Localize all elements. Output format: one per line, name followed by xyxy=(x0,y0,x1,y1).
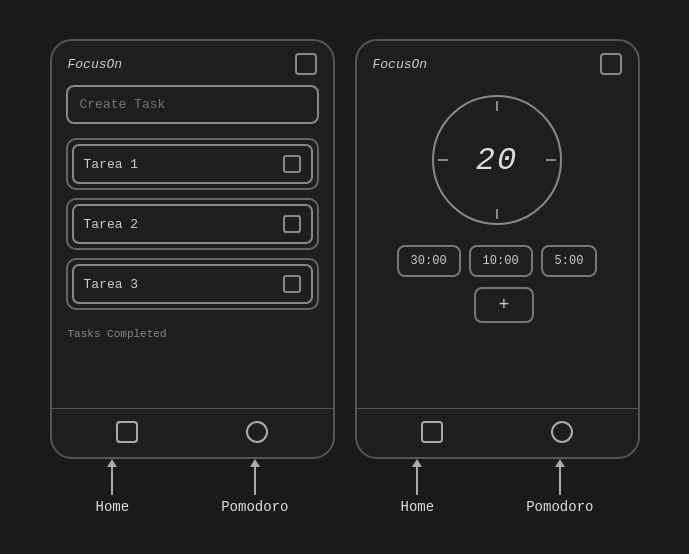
left-pomodoro-label: Pomodoro xyxy=(221,499,288,515)
home-icon-left xyxy=(116,421,138,443)
tick-top xyxy=(496,101,498,111)
tick-left xyxy=(438,159,448,161)
right-bottom-nav xyxy=(357,408,638,457)
timer-circle: 20 xyxy=(432,95,562,225)
task-outer-1: Tarea 1 xyxy=(66,138,319,190)
task-checkbox-1[interactable] xyxy=(283,155,301,173)
task-checkbox-2[interactable] xyxy=(283,215,301,233)
task-item-3[interactable]: Tarea 3 xyxy=(72,264,313,304)
right-app-title: FocusOn xyxy=(373,57,428,72)
task-label-3: Tarea 3 xyxy=(84,277,139,292)
task-item-2[interactable]: Tarea 2 xyxy=(72,204,313,244)
timer-btn-10[interactable]: 10:00 xyxy=(469,245,533,277)
left-nav-home[interactable] xyxy=(116,421,138,443)
tick-bottom xyxy=(496,209,498,219)
left-menu-icon[interactable] xyxy=(295,53,317,75)
left-header: FocusOn xyxy=(52,41,333,85)
right-home-arrow-group: Home xyxy=(401,459,435,515)
tasks-completed-label: Tasks Completed xyxy=(52,314,333,340)
right-pomodoro-arrow-group: Pomodoro xyxy=(526,459,593,515)
left-home-arrow-stem xyxy=(111,467,113,495)
timer-preset-buttons: 30:00 10:00 5:00 xyxy=(383,245,612,277)
timer-btn-5[interactable]: 5:00 xyxy=(541,245,598,277)
right-pomodoro-arrow-tip xyxy=(555,459,565,467)
left-pomodoro-arrow-group: Pomodoro xyxy=(221,459,288,515)
task-item-1[interactable]: Tarea 1 xyxy=(72,144,313,184)
tick-right xyxy=(546,159,556,161)
left-screen: FocusOn Tarea 1 Tarea 2 xyxy=(50,39,335,459)
task-label-1: Tarea 1 xyxy=(84,157,139,172)
right-home-arrow-tip xyxy=(412,459,422,467)
pomodoro-icon-left xyxy=(246,421,268,443)
task-checkbox-3[interactable] xyxy=(283,275,301,293)
left-pomodoro-arrow-tip xyxy=(250,459,260,467)
task-outer-3: Tarea 3 xyxy=(66,258,319,310)
right-pomodoro-arrow-stem xyxy=(559,467,561,495)
task-list: Tarea 1 Tarea 2 Tarea 3 xyxy=(52,134,333,314)
right-pomodoro-label: Pomodoro xyxy=(526,499,593,515)
left-pomodoro-arrow-stem xyxy=(254,467,256,495)
task-outer-2: Tarea 2 xyxy=(66,198,319,250)
right-home-arrow-stem xyxy=(416,467,418,495)
timer-add-button[interactable]: + xyxy=(474,287,534,323)
left-bottom-nav xyxy=(52,408,333,457)
timer-display: 20 xyxy=(476,142,518,179)
home-icon-right xyxy=(421,421,443,443)
left-home-arrow-tip xyxy=(107,459,117,467)
create-task-input[interactable] xyxy=(66,85,319,124)
task-input-area xyxy=(52,85,333,134)
right-nav-home[interactable] xyxy=(421,421,443,443)
right-header: FocusOn xyxy=(357,41,638,85)
right-screen: FocusOn 20 30:00 10:00 5:00 + xyxy=(355,39,640,459)
task-label-2: Tarea 2 xyxy=(84,217,139,232)
left-nav-pomodoro[interactable] xyxy=(246,421,268,443)
pomodoro-icon-right xyxy=(551,421,573,443)
right-nav-pomodoro[interactable] xyxy=(551,421,573,443)
right-home-label: Home xyxy=(401,499,435,515)
left-home-label: Home xyxy=(96,499,130,515)
left-app-title: FocusOn xyxy=(68,57,123,72)
left-home-arrow-group: Home xyxy=(96,459,130,515)
timer-btn-30[interactable]: 30:00 xyxy=(397,245,461,277)
right-menu-icon[interactable] xyxy=(600,53,622,75)
timer-area: 20 30:00 10:00 5:00 + xyxy=(357,85,638,323)
